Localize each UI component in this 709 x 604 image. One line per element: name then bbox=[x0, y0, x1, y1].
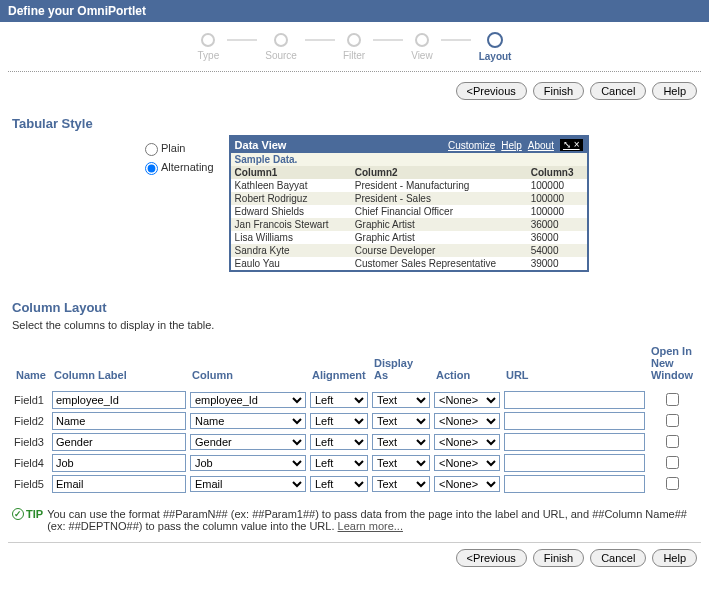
header-open-new-window: Open In New Window bbox=[647, 341, 697, 389]
wizard-step-source[interactable]: Source bbox=[265, 33, 297, 61]
column-select[interactable]: Email bbox=[190, 476, 306, 492]
display-as-select[interactable]: Text bbox=[372, 413, 430, 429]
table-cell: 100000 bbox=[527, 192, 587, 205]
alternating-label: Alternating bbox=[161, 161, 214, 173]
column-label-input[interactable] bbox=[52, 412, 186, 430]
dialog-title: Define your OmniPortlet bbox=[0, 0, 709, 22]
help-button[interactable]: Help bbox=[652, 82, 697, 100]
alignment-select[interactable]: Left bbox=[310, 392, 368, 408]
field-row: Field5EmailLeftText<None> bbox=[12, 473, 697, 494]
step-circle-icon bbox=[274, 33, 288, 47]
field-row: Field1employee_IdLeftText<None> bbox=[12, 389, 697, 410]
url-input[interactable] bbox=[504, 433, 645, 451]
open-new-window-checkbox[interactable] bbox=[666, 435, 679, 448]
learn-more-link[interactable]: Learn more... bbox=[338, 520, 403, 532]
action-select[interactable]: <None> bbox=[434, 476, 500, 492]
data-view-col3: Column3 bbox=[527, 166, 587, 179]
collapse-icon[interactable]: ⤡ × bbox=[560, 139, 583, 151]
finish-button[interactable]: Finish bbox=[533, 82, 584, 100]
table-cell: Sandra Kyte bbox=[231, 244, 351, 257]
display-as-select[interactable]: Text bbox=[372, 476, 430, 492]
alignment-select[interactable]: Left bbox=[310, 476, 368, 492]
wizard-step-layout[interactable]: Layout bbox=[479, 32, 512, 62]
action-select[interactable]: <None> bbox=[434, 455, 500, 471]
column-select[interactable]: Gender bbox=[190, 434, 306, 450]
table-row: Kathleen BayyatPresident - Manufacturing… bbox=[231, 179, 587, 192]
alternating-radio[interactable] bbox=[145, 162, 158, 175]
tabular-style-title: Tabular Style bbox=[0, 106, 709, 135]
field-name-label: Field2 bbox=[12, 410, 50, 431]
about-link[interactable]: About bbox=[528, 140, 554, 151]
table-row: Robert RodriguzPresident - Sales100000 bbox=[231, 192, 587, 205]
tip-text: You can use the format ##ParamN## (ex: #… bbox=[47, 508, 697, 532]
data-view-col1: Column1 bbox=[231, 166, 351, 179]
table-row: Jan Francois StewartGraphic Artist36000 bbox=[231, 218, 587, 231]
step-label: Filter bbox=[343, 50, 365, 61]
field-name-label: Field1 bbox=[12, 389, 50, 410]
wizard-step-view[interactable]: View bbox=[411, 33, 433, 61]
header-alignment: Alignment bbox=[308, 341, 370, 389]
action-select[interactable]: <None> bbox=[434, 392, 500, 408]
table-cell: Eaulo Yau bbox=[231, 257, 351, 270]
bottom-button-row: <Previous Finish Cancel Help bbox=[0, 543, 709, 573]
tip-icon: ✓ TIP bbox=[12, 508, 43, 520]
open-new-window-checkbox[interactable] bbox=[666, 456, 679, 469]
data-view-title: Data View bbox=[235, 139, 287, 151]
header-name: Name bbox=[12, 341, 50, 389]
column-label-input[interactable] bbox=[52, 433, 186, 451]
wizard-step-type[interactable]: Type bbox=[198, 33, 220, 61]
alignment-select[interactable]: Left bbox=[310, 455, 368, 471]
action-select[interactable]: <None> bbox=[434, 413, 500, 429]
table-cell: Graphic Artist bbox=[351, 231, 527, 244]
table-row: Edward ShieldsChief Financial Officer100… bbox=[231, 205, 587, 218]
url-input[interactable] bbox=[504, 475, 645, 493]
previous-button[interactable]: <Previous bbox=[456, 549, 527, 567]
cancel-button[interactable]: Cancel bbox=[590, 549, 646, 567]
previous-button[interactable]: <Previous bbox=[456, 82, 527, 100]
alignment-select[interactable]: Left bbox=[310, 413, 368, 429]
finish-button[interactable]: Finish bbox=[533, 549, 584, 567]
column-select[interactable]: Name bbox=[190, 413, 306, 429]
table-cell: Kathleen Bayyat bbox=[231, 179, 351, 192]
help-button[interactable]: Help bbox=[652, 549, 697, 567]
step-connector bbox=[227, 39, 257, 41]
header-url: URL bbox=[502, 341, 647, 389]
column-label-input[interactable] bbox=[52, 454, 186, 472]
help-link[interactable]: Help bbox=[501, 140, 522, 151]
open-new-window-checkbox[interactable] bbox=[666, 414, 679, 427]
column-label-input[interactable] bbox=[52, 391, 186, 409]
alignment-select[interactable]: Left bbox=[310, 434, 368, 450]
wizard-step-filter[interactable]: Filter bbox=[343, 33, 365, 61]
action-select[interactable]: <None> bbox=[434, 434, 500, 450]
sample-data-label: Sample Data. bbox=[231, 153, 587, 166]
cancel-button[interactable]: Cancel bbox=[590, 82, 646, 100]
column-layout-table: Name Column Label Column Alignment Displ… bbox=[12, 341, 697, 494]
header-column: Column bbox=[188, 341, 308, 389]
data-view-col2: Column2 bbox=[351, 166, 527, 179]
display-as-select[interactable]: Text bbox=[372, 434, 430, 450]
url-input[interactable] bbox=[504, 391, 645, 409]
plain-label: Plain bbox=[161, 142, 185, 154]
open-new-window-checkbox[interactable] bbox=[666, 393, 679, 406]
tabular-style-area: Plain Alternating Data View Customize He… bbox=[0, 135, 709, 290]
tip-row: ✓ TIP You can use the format ##ParamN## … bbox=[0, 502, 709, 542]
display-as-select[interactable]: Text bbox=[372, 392, 430, 408]
url-input[interactable] bbox=[504, 412, 645, 430]
field-row: Field3GenderLeftText<None> bbox=[12, 431, 697, 452]
table-cell: 54000 bbox=[527, 244, 587, 257]
plain-radio[interactable] bbox=[145, 143, 158, 156]
field-name-label: Field5 bbox=[12, 473, 50, 494]
column-select[interactable]: employee_Id bbox=[190, 392, 306, 408]
open-new-window-checkbox[interactable] bbox=[666, 477, 679, 490]
step-label: Source bbox=[265, 50, 297, 61]
header-display-as: Display As bbox=[370, 341, 432, 389]
data-view-header: Data View Customize Help About ⤡ × bbox=[231, 137, 587, 153]
column-select[interactable]: Job bbox=[190, 455, 306, 471]
display-as-select[interactable]: Text bbox=[372, 455, 430, 471]
customize-link[interactable]: Customize bbox=[448, 140, 495, 151]
table-cell: Edward Shields bbox=[231, 205, 351, 218]
tip-label: TIP bbox=[26, 508, 43, 520]
table-cell: 36000 bbox=[527, 218, 587, 231]
url-input[interactable] bbox=[504, 454, 645, 472]
column-label-input[interactable] bbox=[52, 475, 186, 493]
